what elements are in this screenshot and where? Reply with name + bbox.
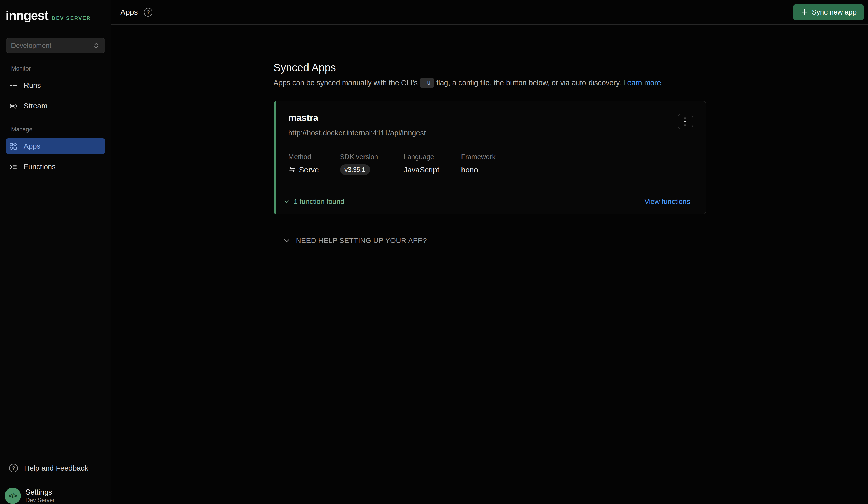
inngest-wordmark: inngest [6,9,48,22]
sidebar-item-label: Runs [24,81,41,90]
page-title: Apps [121,8,138,17]
chevron-down-icon [283,237,290,244]
settings-row[interactable]: </> Settings Dev Server [0,480,111,504]
sidebar-nav: Monitor Runs Stream Manage [0,53,111,180]
chevron-down-icon [283,198,290,205]
need-help-label: NEED HELP SETTING UP YOUR APP? [296,236,427,245]
brand-logo: inngest DEV SERVER [0,0,111,22]
topbar: Apps ? Sync new app [111,0,868,25]
settings-label: Settings [25,487,55,497]
swap-arrows-icon [288,166,296,174]
main-content: Synced Apps Apps can be synced manually … [111,25,868,504]
help-and-feedback[interactable]: ? Help and Feedback [0,464,111,480]
functions-found-toggle[interactable]: 1 function found [283,197,344,206]
need-help-toggle[interactable]: NEED HELP SETTING UP YOUR APP? [273,236,706,245]
app-card-footer: 1 function found View functions [276,189,706,214]
field-value-language: JavaScript [404,164,461,175]
view-functions-link[interactable]: View functions [644,197,690,206]
app-url: http://host.docker.internal:4111/api/inn… [288,129,693,137]
field-label-method: Method [288,153,340,161]
environment-select[interactable]: Development [6,38,105,53]
app-menu-button[interactable] [678,114,693,129]
field-value-framework: hono [461,164,693,175]
synced-apps-heading: Synced Apps [273,62,706,74]
sidebar: inngest DEV SERVER Development Monitor R… [0,0,111,504]
dev-server-badge: DEV SERVER [52,15,91,21]
field-value-sdk-version: v3.35.1 [340,164,404,175]
sync-new-app-button[interactable]: Sync new app [793,4,864,20]
help-and-feedback-label: Help and Feedback [24,464,88,472]
nav-section-manage: Manage [11,126,105,133]
plus-icon [800,8,808,16]
app-name: mastra [288,113,693,123]
dev-server-avatar: </> [4,488,21,504]
learn-more-link[interactable]: Learn more [623,79,661,87]
runs-icon [9,81,17,90]
synced-apps-description: Apps can be synced manually with the CLI… [273,78,706,88]
field-value-method: Serve [288,164,340,175]
app-card: mastra http://host.docker.internal:4111/… [273,101,706,214]
environment-select-value: Development [11,42,51,50]
settings-subtitle: Dev Server [25,497,55,504]
page-help-icon[interactable]: ? [144,8,153,17]
stream-icon [9,102,17,110]
apps-icon [9,142,17,151]
sidebar-item-label: Stream [24,102,47,110]
cli-flag-chip: -u [420,78,434,88]
field-label-language: Language [404,153,461,161]
sidebar-item-functions[interactable]: Functions [6,159,105,175]
functions-found-label: 1 function found [294,197,344,206]
sidebar-item-stream[interactable]: Stream [6,98,105,114]
app-fields: Method SDK version Language Framework [288,153,693,175]
sidebar-item-apps[interactable]: Apps [6,138,105,154]
field-label-sdk-version: SDK version [340,153,404,161]
chevron-up-down-icon [92,42,100,49]
sidebar-item-label: Functions [24,163,56,171]
field-label-framework: Framework [461,153,693,161]
help-circle-icon: ? [9,464,18,472]
sync-new-app-label: Sync new app [812,8,857,16]
sidebar-item-runs[interactable]: Runs [6,78,105,93]
functions-icon [9,163,17,171]
sidebar-item-label: Apps [24,142,41,151]
kebab-icon [684,117,686,119]
sdk-version-badge: v3.35.1 [340,164,370,175]
description-text-after: flag, a config file, the button below, o… [436,79,621,87]
nav-section-monitor: Monitor [11,65,105,72]
description-text-before: Apps can be synced manually with the CLI… [273,79,418,87]
